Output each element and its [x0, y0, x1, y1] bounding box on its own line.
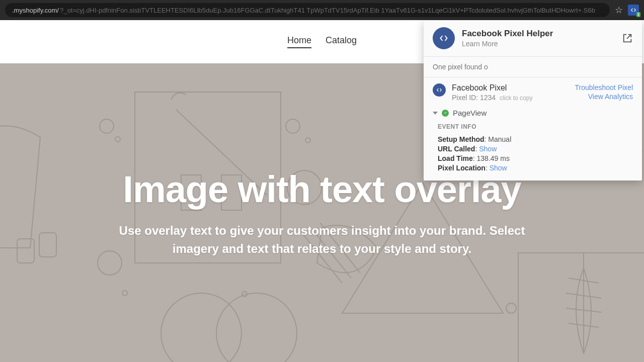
nav-home[interactable]: Home — [287, 35, 311, 48]
svg-point-13 — [122, 291, 127, 296]
svg-point-4 — [115, 137, 120, 142]
event-name: PageView — [453, 109, 487, 117]
setup-method-value: Manual — [488, 135, 511, 143]
load-time-label: Load Time — [438, 154, 473, 162]
info-setup-method: Setup Method: Manual — [438, 135, 633, 143]
facebook-code-icon — [433, 27, 455, 49]
info-url-called: URL Called: Show — [438, 145, 633, 153]
popup-title-wrap: Facebook Pixel Helper Learn More — [462, 29, 622, 48]
pixel-row: Facebook Pixel Pixel ID: 1234 click to c… — [424, 77, 642, 106]
view-analytics-link[interactable]: View Analytics — [575, 93, 633, 101]
pixel-id-value: 1234 — [480, 94, 496, 102]
url-path: ?_ot=cyj.dHI-pdfninFon.sisbTVTLEEHTESDI6… — [60, 7, 595, 14]
check-circle-icon — [442, 110, 449, 117]
url-field[interactable]: .myshopify.com/ ?_ot=cyj.dHI-pdfninFon.s… — [5, 3, 610, 17]
troubleshoot-link[interactable]: Troubleshoot Pixel — [575, 83, 633, 92]
popout-icon[interactable] — [622, 33, 633, 44]
svg-point-3 — [100, 119, 114, 133]
popup-title: Facebook Pixel Helper — [462, 29, 622, 39]
main-nav: Home Catalog — [287, 35, 357, 48]
learn-more-link[interactable]: Learn More — [462, 40, 622, 48]
pixel-id-label: Pixel ID: — [452, 94, 478, 102]
extension-badge: 1 — [636, 12, 640, 17]
pixel-id-line[interactable]: Pixel ID: 1234 click to copy — [452, 94, 575, 102]
pixel-helper-extension-icon[interactable]: 1 — [628, 5, 639, 16]
pixel-helper-popup: Facebook Pixel Helper Learn More One pix… — [424, 20, 642, 180]
copy-hint: click to copy — [500, 95, 532, 102]
info-pixel-location: Pixel Location: Show — [438, 164, 633, 172]
url-called-label: URL Called — [438, 145, 475, 153]
hero-subtitle: Use overlay text to give your customers … — [111, 222, 533, 258]
url-host: .myshopify.com/ — [12, 7, 59, 14]
event-row[interactable]: PageView — [424, 106, 642, 120]
svg-point-6 — [305, 138, 310, 143]
svg-rect-8 — [17, 239, 34, 263]
pixel-links: Troubleshoot Pixel View Analytics — [575, 83, 633, 102]
svg-rect-9 — [39, 233, 56, 257]
nav-catalog[interactable]: Catalog — [326, 35, 357, 48]
svg-point-15 — [506, 303, 516, 313]
caret-down-icon[interactable] — [433, 112, 438, 115]
load-time-value: 138.49 ms — [477, 154, 510, 162]
star-icon[interactable]: ☆ — [615, 5, 623, 16]
popup-header: Facebook Pixel Helper Learn More — [424, 20, 642, 57]
pixel-location-show[interactable]: Show — [490, 164, 507, 172]
pixel-name: Facebook Pixel — [452, 83, 575, 93]
pixel-location-label: Pixel Location — [438, 164, 486, 172]
browser-address-bar: .myshopify.com/ ?_ot=cyj.dHI-pdfninFon.s… — [0, 0, 644, 20]
event-info-header: EVENT INFO — [438, 123, 633, 130]
url-called-show[interactable]: Show — [479, 145, 497, 153]
setup-method-label: Setup Method — [438, 135, 485, 143]
pixel-main: Facebook Pixel Pixel ID: 1234 click to c… — [452, 83, 575, 102]
info-load-time: Load Time: 138.49 ms — [438, 154, 633, 162]
svg-point-5 — [286, 119, 300, 133]
event-info: EVENT INFO Setup Method: Manual URL Call… — [424, 120, 642, 180]
pixel-mini-icon — [433, 83, 446, 97]
popup-status-line: One pixel found o — [424, 57, 642, 77]
